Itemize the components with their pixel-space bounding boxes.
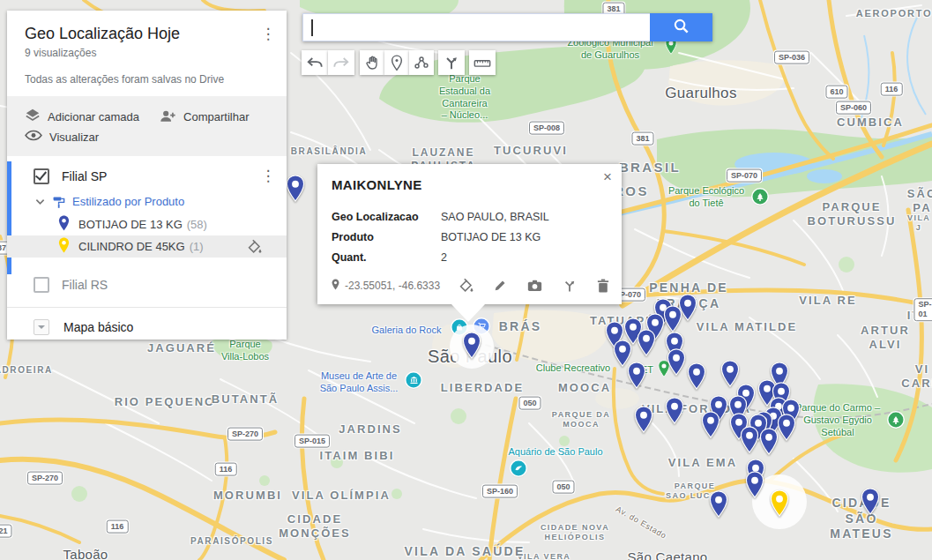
legend-item-botijao[interactable]: BOTIJAO DE 13 KG (58) xyxy=(7,213,287,235)
map-pin-selected[interactable] xyxy=(462,332,481,362)
map-pin-yellow[interactable] xyxy=(770,489,789,520)
legend-count: (58) xyxy=(187,218,207,231)
person-add-icon xyxy=(159,108,183,126)
save-status: Todas as alterações foram salvas no Driv… xyxy=(7,59,287,96)
layer-filial-rs[interactable]: Filial RS xyxy=(7,265,287,305)
text-caret xyxy=(311,19,313,36)
layer-sp-checkbox[interactable] xyxy=(34,168,49,184)
map-pin-blue[interactable] xyxy=(701,411,720,442)
draw-line-button[interactable] xyxy=(409,50,434,75)
style-by-label: Estilizado por Produto xyxy=(72,195,184,208)
paint-bucket-icon[interactable] xyxy=(247,239,271,257)
panel-actions: Adicionar camada Compartilhar Visualizar xyxy=(7,96,287,156)
add-directions-button[interactable] xyxy=(438,50,465,75)
share-label: Compartilhar xyxy=(183,110,249,123)
layer-filial-sp: Filial SP ⋮ Estilizado por Produto BOTIJ… xyxy=(7,156,287,258)
map-title[interactable]: Geo Localização Hoje xyxy=(25,25,272,43)
field-value: BOTIJAO DE 13 KG xyxy=(441,231,541,243)
camera-icon[interactable] xyxy=(527,280,542,292)
feature-popup: × MAIKONLYNE Geo Localizacao SAO PAULO, … xyxy=(317,164,622,304)
my-maps-app: GuarulhosSão PauloTaboãoSão CaetanoAEROP… xyxy=(0,0,932,560)
search-bar xyxy=(302,13,712,41)
map-pin-blue[interactable] xyxy=(759,428,779,459)
style-by-row[interactable]: Estilizado por Produto xyxy=(7,190,287,213)
edit-pencil-icon[interactable] xyxy=(494,279,507,292)
measure-button[interactable] xyxy=(469,50,496,75)
search-icon xyxy=(673,18,690,38)
field-value: 2 xyxy=(441,251,447,264)
field-label: Quant. xyxy=(332,251,441,264)
pan-tool-button[interactable] xyxy=(360,50,384,75)
map-pin-blue[interactable] xyxy=(667,348,686,379)
field-label: Produto xyxy=(332,231,441,243)
field-row: Geo Localizacao SAO PAULO, BRASIL xyxy=(332,211,613,223)
undo-button[interactable] xyxy=(302,50,328,75)
map-pin-blue[interactable] xyxy=(861,488,880,519)
map-pin-blue[interactable] xyxy=(286,175,305,205)
map-pin-blue[interactable] xyxy=(709,490,728,521)
map-pin-blue[interactable] xyxy=(740,426,759,457)
search-button[interactable] xyxy=(650,13,712,41)
trash-icon[interactable] xyxy=(597,279,609,293)
map-pin-blue[interactable] xyxy=(777,414,796,444)
pin-icon xyxy=(58,215,78,234)
layer-sp-menu-icon[interactable]: ⋮ xyxy=(260,168,276,183)
map-pin-blue[interactable] xyxy=(634,406,653,437)
legend-count: (1) xyxy=(190,240,204,253)
popup-title: MAIKONLYNE xyxy=(332,177,622,192)
directions-icon[interactable] xyxy=(563,279,577,293)
add-layer-button[interactable]: Adicionar camada xyxy=(25,108,139,126)
legend-label: BOTIJAO DE 13 KG xyxy=(78,218,183,231)
map-pin-blue[interactable] xyxy=(665,397,684,428)
layer-rs-checkbox[interactable] xyxy=(34,277,49,293)
map-pin-blue[interactable] xyxy=(627,362,646,392)
basemap-row[interactable]: Mapa básico xyxy=(7,308,287,347)
preview-label: Visualizar xyxy=(49,131,99,144)
coordinates: -23.55051, -46.6333 xyxy=(345,280,440,292)
map-menu-icon[interactable]: ⋮ xyxy=(260,26,276,41)
field-label: Geo Localizacao xyxy=(332,211,441,223)
close-icon[interactable]: × xyxy=(603,169,612,184)
style-bucket-icon[interactable] xyxy=(459,278,473,293)
search-input[interactable] xyxy=(302,13,650,41)
basemap-label: Mapa básico xyxy=(63,320,133,334)
eye-icon xyxy=(25,130,49,144)
pin-icon xyxy=(332,279,345,293)
legend-label: CILINDRO DE 45KG xyxy=(78,240,185,253)
map-pin-blue[interactable] xyxy=(637,329,656,360)
map-pin-blue[interactable] xyxy=(687,362,706,393)
pin-icon xyxy=(58,237,78,256)
basemap-dropdown-icon[interactable] xyxy=(34,319,49,335)
layers-panel: Geo Localização Hoje 9 visualizações ⋮ T… xyxy=(7,11,287,340)
layer-sp-name[interactable]: Filial SP xyxy=(62,169,107,183)
field-row: Quant. 2 xyxy=(332,251,613,264)
preview-button[interactable]: Visualizar xyxy=(25,130,99,144)
field-row: Produto BOTIJAO DE 13 KG xyxy=(332,231,613,243)
legend-item-cilindro[interactable]: CILINDRO DE 45KG (1) xyxy=(7,235,287,258)
chevron-down-icon xyxy=(35,195,45,208)
map-pin-blue[interactable] xyxy=(745,471,764,502)
share-button[interactable]: Compartilhar xyxy=(159,108,249,126)
field-value: SAO PAULO, BRASIL xyxy=(441,211,549,223)
layer-rs-name: Filial RS xyxy=(62,278,108,292)
layers-icon xyxy=(25,108,48,126)
paint-roller-icon xyxy=(52,195,66,209)
views-count: 9 visualizações xyxy=(25,47,272,59)
redo-button[interactable] xyxy=(328,50,354,75)
add-layer-label: Adicionar camada xyxy=(48,110,139,123)
add-marker-button[interactable] xyxy=(384,50,409,75)
